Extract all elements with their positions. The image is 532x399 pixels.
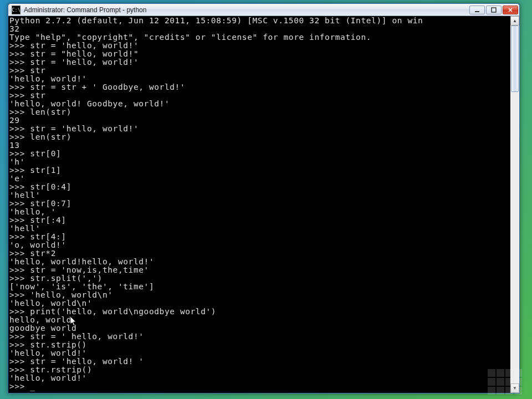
maximize-button[interactable] [486, 6, 502, 14]
scroll-up-button[interactable]: ▲ [510, 16, 519, 25]
terminal-output[interactable]: Python 2.7.2 (default, Jun 12 2011, 15:0… [8, 16, 510, 393]
chevron-up-icon: ▲ [513, 18, 517, 23]
close-button[interactable] [503, 6, 518, 14]
maximize-icon [491, 7, 497, 13]
terminal-cursor: _ [30, 382, 35, 391]
scrollbar-thumb[interactable] [511, 25, 519, 92]
close-icon [508, 7, 513, 13]
command-prompt-window: C:\ Administrator: Command Prompt - pyth… [8, 3, 520, 393]
minimize-icon [474, 7, 480, 13]
window-title: Administrator: Command Prompt - python [24, 6, 469, 14]
minimize-button[interactable] [469, 6, 485, 14]
window-controls [469, 6, 518, 14]
scroll-down-button[interactable]: ▼ [510, 383, 519, 393]
svg-rect-1 [492, 8, 496, 12]
chevron-down-icon: ▼ [513, 386, 517, 391]
titlebar[interactable]: C:\ Administrator: Command Prompt - pyth… [8, 4, 519, 16]
scrollbar-track[interactable] [510, 25, 519, 383]
app-icon: C:\ [12, 6, 21, 14]
vertical-scrollbar[interactable]: ▲ ▼ [510, 16, 519, 393]
svg-rect-0 [475, 11, 479, 12]
terminal-area: Python 2.7.2 (default, Jun 12 2011, 15:0… [8, 16, 519, 393]
